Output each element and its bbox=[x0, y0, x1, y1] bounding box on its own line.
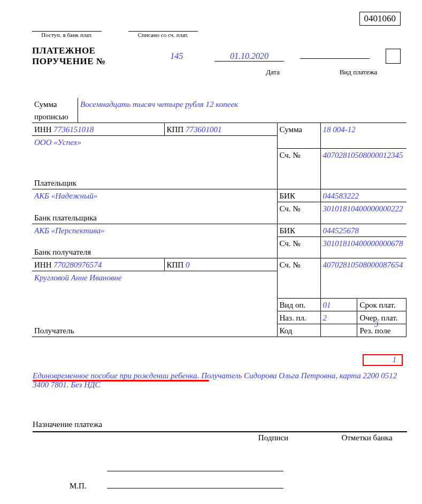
payee-bank-acct-label: Сч. № bbox=[277, 236, 320, 258]
payee-bank-bik: 044525678 bbox=[320, 224, 406, 236]
paytype-box bbox=[386, 49, 401, 64]
stamp-label: М.П. bbox=[70, 482, 87, 491]
payer-acct-label: Сч. № bbox=[277, 148, 320, 189]
payee-kpp-label: КПП bbox=[167, 261, 184, 269]
doc-date: 01.10.2020 bbox=[230, 51, 268, 60]
doc-title: ПЛАТЕЖНОЕ ПОРУЧЕНИЕ № bbox=[32, 45, 155, 67]
payee-inn-label: ИНН bbox=[34, 261, 52, 269]
signature-line-2 bbox=[107, 488, 283, 488]
vid-op-label: Вид оп. bbox=[277, 298, 320, 311]
payee-bank-acct: 30101810400000000678 bbox=[320, 236, 406, 258]
red-underline bbox=[33, 380, 209, 381]
signatures-label: Подписи bbox=[220, 433, 327, 442]
ocher-label: Очер. плат. bbox=[357, 311, 406, 324]
payer-inn: 7736151018 bbox=[53, 125, 94, 134]
doc-number: 145 bbox=[160, 51, 193, 61]
srok-label: Срок плат. bbox=[357, 298, 406, 311]
payee-label: Получатель bbox=[32, 324, 277, 337]
payer-inn-label: ИНН bbox=[34, 125, 52, 134]
date-sub-label: Дата bbox=[238, 68, 308, 77]
payer-bank-name: АКБ «Надежный» bbox=[32, 189, 277, 202]
payer-kpp: 773601001 bbox=[186, 125, 222, 134]
sum-value: 18 004-12 bbox=[320, 123, 406, 149]
payer-bank-acct-label: Сч. № bbox=[277, 202, 320, 224]
paytype-sub-label: Вид платежа bbox=[324, 68, 393, 77]
payer-bank-acct: 30101810400000000222 bbox=[320, 202, 406, 224]
payer-kpp-label: КПП bbox=[167, 125, 184, 134]
sum-words-value: Восемнадцать тысяч четыре рубля 12 копее… bbox=[78, 98, 406, 123]
ocher-value: 3 bbox=[374, 320, 379, 329]
bank-marks-label: Отметки банка bbox=[327, 433, 407, 442]
highlighted-box: 1 bbox=[363, 354, 403, 366]
payee-inn: 770280976574 bbox=[53, 261, 102, 269]
payee-name: Кругловой Анне Ивановне bbox=[32, 271, 277, 299]
payer-bank-label: Банк плательщика bbox=[32, 202, 277, 224]
signature-line-1 bbox=[107, 471, 283, 471]
okud-code: 0401060 bbox=[359, 12, 401, 26]
vid-op: 01 bbox=[320, 298, 357, 311]
sum-label: Сумма bbox=[277, 123, 320, 149]
payee-bank-name: АКБ «Перспектива» bbox=[32, 224, 277, 236]
naz-label: Наз. пл. bbox=[277, 311, 320, 324]
debited-label: Списано со сч. плат. bbox=[128, 32, 198, 38]
payee-bank-bik-label: БИК bbox=[277, 224, 320, 236]
payee-acct: 40702810508000087654 bbox=[320, 258, 406, 299]
sum-words-label2: прописью bbox=[32, 110, 78, 123]
rez-label: Рез. поле bbox=[357, 324, 406, 337]
received-label: Поступ. в банк плат. bbox=[32, 32, 102, 38]
payer-acct: 40702810508000012345 bbox=[320, 148, 406, 189]
payee-bank-label: Банк получателя bbox=[32, 236, 277, 258]
kod-label: Код bbox=[277, 324, 320, 337]
payer-bank-bik-label: БИК bbox=[277, 189, 320, 202]
payer-name: ООО «Успех» bbox=[32, 136, 277, 149]
highlighted-number: 1 bbox=[393, 355, 397, 364]
payee-kpp: 0 bbox=[186, 261, 190, 269]
purpose-label: Назначение платежа bbox=[33, 420, 407, 432]
payer-bank-bik: 044583222 bbox=[320, 189, 406, 202]
naz-value: 2 bbox=[320, 311, 357, 324]
sum-words-label1: Сумма bbox=[32, 98, 78, 110]
payer-label: Плательщик bbox=[32, 148, 277, 189]
payee-acct-label: Сч. № bbox=[277, 258, 320, 299]
